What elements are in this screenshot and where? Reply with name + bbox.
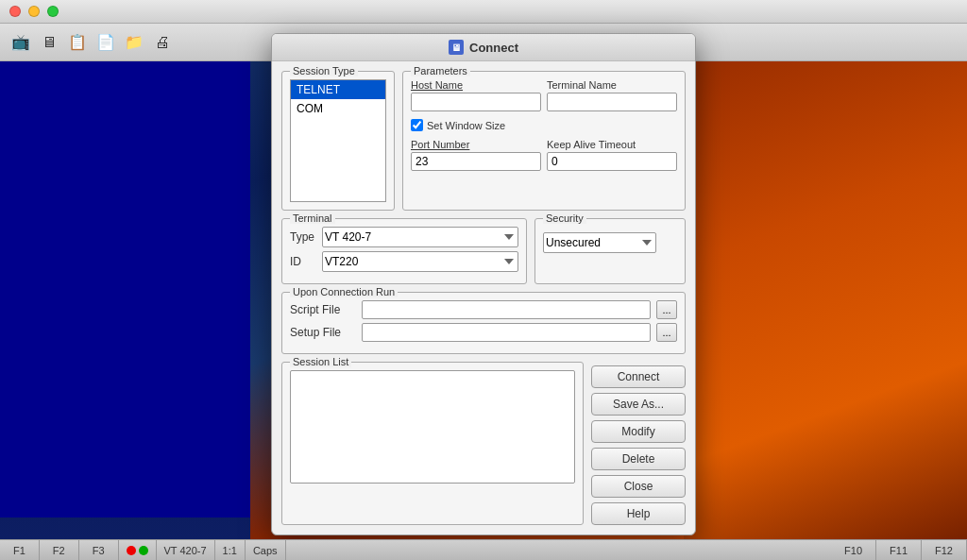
host-name-label: Host Name: [411, 79, 541, 91]
terminal-name-label: Terminal Name: [547, 79, 677, 91]
set-window-size-label: Set Window Size: [427, 120, 505, 131]
terminal-area: [0, 24, 250, 518]
upon-connection-run-section: Upon Connection Run Script File ... Setu…: [281, 292, 686, 354]
parameters-section: Parameters Host Name Terminal Name Set W…: [402, 71, 686, 211]
dialog-title: Connect: [469, 41, 518, 55]
maximize-button[interactable]: [47, 6, 59, 17]
toolbar-icon-1[interactable]: 📺: [9, 31, 32, 54]
top-row: Session Type TELNET COM Parameters Host …: [281, 71, 686, 211]
dialog-titlebar: 🖥 Connect: [272, 34, 695, 61]
minimize-button[interactable]: [28, 6, 40, 17]
keep-alive-label: Keep Alive Timeout: [547, 139, 677, 150]
session-item-com[interactable]: COM: [291, 99, 385, 118]
status-indicator: [119, 540, 157, 560]
session-list-box[interactable]: [290, 370, 575, 484]
status-fn3[interactable]: F3: [79, 540, 119, 560]
help-button[interactable]: Help: [591, 502, 686, 525]
modify-button[interactable]: Modify: [591, 420, 686, 443]
action-buttons: Connect Save As... Modify Delete Close H…: [591, 362, 686, 525]
setup-file-browse[interactable]: ...: [656, 323, 677, 342]
dialog-body: Session Type TELNET COM Parameters Host …: [272, 61, 695, 535]
connect-button[interactable]: Connect: [591, 365, 686, 388]
session-list-label: Session List: [290, 356, 351, 367]
bg-right: [684, 0, 967, 560]
setup-file-label: Setup File: [290, 326, 356, 339]
terminal-label: Terminal: [290, 212, 335, 224]
terminal-type-label: Type: [290, 230, 316, 244]
session-item-telnet[interactable]: TELNET: [291, 80, 385, 99]
session-list-section: Session List: [281, 362, 584, 525]
session-type-listbox[interactable]: TELNET COM: [290, 79, 386, 202]
script-file-input[interactable]: [362, 300, 651, 319]
session-type-section: Session Type TELNET COM: [281, 71, 395, 211]
connect-dialog: 🖥 Connect Session Type TELNET COM Parame…: [271, 33, 696, 535]
security-select[interactable]: Unsecured SSL TLS: [543, 232, 656, 253]
status-terminal-type: VT 420-7: [157, 540, 215, 560]
status-fn12[interactable]: F12: [922, 540, 967, 560]
terminal-section: Terminal Type VT 420-7 VT 220 VT 100 ANS…: [281, 218, 527, 284]
params-grid: Host Name Terminal Name Set Window Size …: [411, 79, 677, 171]
status-dot-green: [139, 546, 148, 555]
toolbar-icon-5[interactable]: 📁: [123, 31, 145, 54]
port-number-group: Port Number: [411, 139, 541, 171]
status-scale: 1:1: [215, 540, 246, 560]
host-name-group: Host Name: [411, 79, 541, 111]
terminal-id-label: ID: [290, 255, 316, 268]
set-window-size-row: Set Window Size: [411, 119, 677, 131]
setup-file-row: Setup File ...: [290, 323, 677, 342]
port-number-label: Port Number: [411, 139, 541, 150]
terminal-name-group: Terminal Name: [547, 79, 677, 111]
script-file-browse[interactable]: ...: [656, 300, 677, 319]
port-number-input[interactable]: [411, 152, 541, 171]
status-fn2[interactable]: F2: [40, 540, 79, 560]
keep-alive-group: Keep Alive Timeout: [547, 139, 677, 171]
setup-file-input[interactable]: [362, 323, 651, 342]
set-window-size-checkbox[interactable]: [411, 119, 423, 131]
dialog-title-icon: 🖥: [449, 40, 464, 55]
delete-button[interactable]: Delete: [591, 448, 686, 470]
terminal-type-row: Type VT 420-7 VT 220 VT 100 ANSI: [290, 227, 518, 247]
status-bar: F1 F2 F3 VT 420-7 1:1 Caps F10 F11 F12: [0, 539, 967, 560]
terminal-name-input[interactable]: [547, 93, 677, 111]
security-label: Security: [543, 212, 586, 224]
security-dropdown-row: Unsecured SSL TLS: [543, 232, 677, 253]
status-caps: Caps: [246, 540, 286, 560]
status-dot-red: [127, 546, 136, 555]
terminal-type-select[interactable]: VT 420-7 VT 220 VT 100 ANSI: [322, 227, 518, 247]
window-chrome: [0, 0, 967, 24]
ucr-label: Upon Connection Run: [290, 286, 398, 297]
toolbar-icon-3[interactable]: 📋: [66, 31, 89, 54]
bottom-row: Session List Connect Save As... Modify D…: [281, 362, 686, 525]
terminal-id-select[interactable]: VT220 VT100 ANSI: [322, 251, 518, 272]
host-name-input[interactable]: [411, 93, 541, 111]
toolbar-icon-6[interactable]: 🖨: [151, 31, 174, 54]
status-fn1[interactable]: F1: [0, 540, 40, 560]
status-fn11[interactable]: F11: [876, 540, 922, 560]
security-section: Security Unsecured SSL TLS: [534, 218, 686, 284]
session-type-label: Session Type: [290, 65, 358, 76]
toolbar-icon-4[interactable]: 📄: [94, 31, 117, 54]
save-as-button[interactable]: Save As...: [591, 393, 686, 416]
keep-alive-input[interactable]: [547, 152, 677, 171]
middle-row: Terminal Type VT 420-7 VT 220 VT 100 ANS…: [281, 218, 686, 284]
close-button[interactable]: [9, 6, 21, 17]
close-button[interactable]: Close: [591, 475, 686, 498]
parameters-label: Parameters: [411, 65, 470, 76]
terminal-id-row: ID VT220 VT100 ANSI: [290, 251, 518, 272]
script-file-label: Script File: [290, 303, 356, 316]
toolbar-icon-2[interactable]: 🖥: [38, 31, 60, 54]
script-file-row: Script File ...: [290, 300, 677, 319]
status-fn10[interactable]: F10: [831, 540, 876, 560]
